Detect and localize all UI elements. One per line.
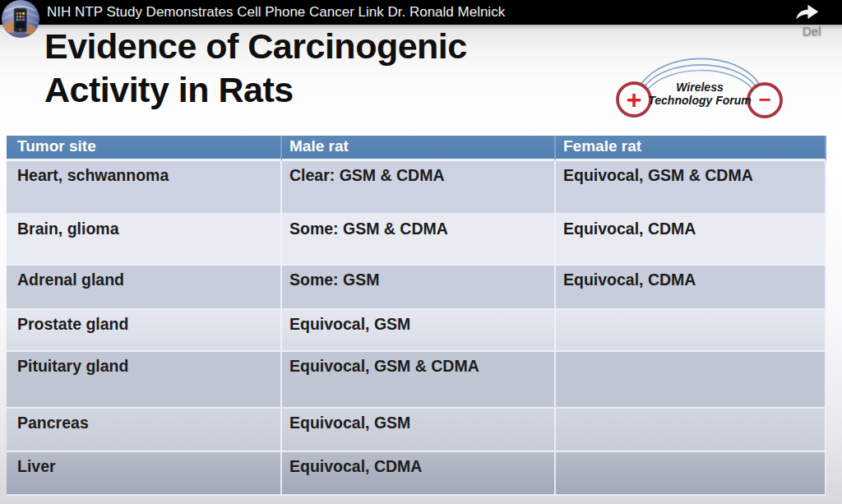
cell-male-rat: Equivocal, CDMA: [282, 452, 556, 496]
cell-female-rat: Equivocal, GSM & CDMA: [556, 161, 826, 215]
table-row-pituitary: Pituitary gland Equivocal, GSM & CDMA: [7, 352, 826, 409]
table-row-adrenal: Adrenal gland Some: GSM Equivocal, CDMA: [7, 266, 826, 310]
cell-female-rat: [556, 352, 826, 409]
cell-female-rat: Equivocal, CDMA: [556, 215, 826, 266]
cell-tumor-site: Brain, glioma: [7, 215, 282, 266]
logo-text-line2: Technology Forum: [648, 94, 751, 107]
slide: Evidence of Carcinogenic Activity in Rat…: [0, 25, 842, 504]
table-row-liver: Liver Equivocal, CDMA: [7, 452, 826, 496]
cell-male-rat: Equivocal, GSM: [282, 409, 556, 452]
tumor-evidence-table: Tumor site Male rat Female rat Heart, sc…: [7, 136, 826, 496]
cell-male-rat: Equivocal, GSM & CDMA: [282, 352, 556, 409]
col-header-tumor-site: Tumor site: [7, 136, 282, 161]
youtube-player: NIH NTP Study Demonstrates Cell Phone Ca…: [0, 0, 842, 504]
table-row-heart: Heart, schwannoma Clear: GSM & CDMA Equi…: [7, 161, 826, 215]
video-title[interactable]: NIH NTP Study Demonstrates Cell Phone Ca…: [47, 0, 505, 25]
table-row-brain: Brain, glioma Some: GSM & CDMA Equivocal…: [7, 215, 826, 266]
cell-tumor-site: Liver: [7, 452, 282, 496]
cell-tumor-site: Pituitary gland: [7, 352, 282, 409]
cell-tumor-site: Adrenal gland: [7, 266, 282, 310]
cell-female-rat: [556, 409, 826, 452]
cell-female-rat: Equivocal, CDMA: [556, 266, 826, 310]
table-header-row: Tumor site Male rat Female rat: [7, 136, 826, 161]
col-header-female-rat: Female rat: [556, 136, 826, 161]
share-arrow-icon: [792, 2, 823, 21]
slide-title: Evidence of Carcinogenic Activity in Rat…: [44, 25, 467, 112]
phone-thumbnail-icon: [2, 0, 39, 38]
cell-male-rat: Clear: GSM & CDMA: [282, 161, 556, 215]
col-header-male-rat: Male rat: [282, 136, 556, 161]
logo-plus-sign: +: [627, 85, 642, 114]
share-label: Del: [803, 24, 821, 38]
video-thumbnail-avatar[interactable]: [2, 0, 39, 38]
cell-male-rat: Equivocal, GSM: [282, 310, 556, 352]
cell-male-rat: Some: GSM & CDMA: [282, 215, 556, 266]
cell-tumor-site: Prostate gland: [7, 310, 282, 352]
table-row-pancreas: Pancreas Equivocal, GSM: [7, 409, 826, 452]
cell-tumor-site: Pancreas: [7, 409, 282, 452]
table-row-prostate: Prostate gland Equivocal, GSM: [7, 310, 826, 352]
slide-title-line1: Evidence of Carcinogenic: [44, 25, 467, 68]
cell-male-rat: Some: GSM: [282, 266, 556, 310]
cell-female-rat: [556, 452, 826, 496]
cell-female-rat: [556, 310, 826, 352]
logo-minus-sign: −: [758, 87, 770, 112]
wireless-technology-forum-logo: + − Wireless Technology Forum: [608, 48, 791, 128]
slide-title-line2: Activity in Rats: [44, 68, 467, 112]
logo-text-line1: Wireless: [676, 81, 724, 94]
cell-tumor-site: Heart, schwannoma: [7, 161, 282, 215]
share-button[interactable]: Del: [786, 0, 835, 41]
